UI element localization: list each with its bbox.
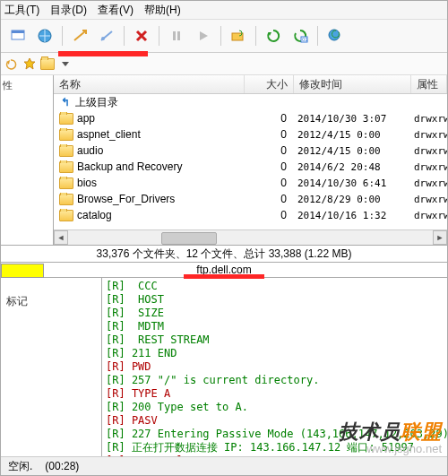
folder-icon — [59, 145, 73, 157]
file-name: catalog — [77, 209, 112, 221]
col-size[interactable]: 大小 — [245, 75, 294, 93]
file-name: bios — [77, 177, 97, 189]
file-date: 2012/4/15 0:00 — [292, 129, 409, 141]
table-row[interactable]: aspnet_client02012/4/15 0:00drwxrw — [54, 126, 447, 143]
annotation-highlight — [58, 51, 148, 56]
horizontal-scrollbar[interactable]: ◄ ► — [54, 229, 447, 245]
toolbar-sep — [220, 26, 221, 46]
parent-dir-row[interactable]: ↰上级目录 — [54, 94, 447, 110]
refresh-button[interactable] — [262, 24, 285, 48]
local-browser-button[interactable] — [6, 24, 30, 48]
bookmark-icon[interactable] — [22, 56, 37, 71]
svg-text:01: 01 — [302, 37, 308, 42]
status-idle: 空闲. — [8, 459, 32, 474]
annotation-highlight — [184, 274, 264, 279]
table-row[interactable]: app02014/10/30 3:07drwxrw — [54, 110, 447, 126]
toolbar-sep — [317, 26, 318, 46]
host-line: ftp.dell.com — [1, 263, 447, 278]
abort-button[interactable] — [130, 24, 153, 48]
file-size: 0 — [244, 209, 292, 221]
toolbar-sep — [255, 26, 256, 46]
table-row[interactable]: Backup and Recovery02014/6/2 20:48drwxrw — [54, 159, 447, 175]
scroll-right-arrow[interactable]: ► — [433, 230, 447, 245]
svg-rect-7 — [232, 33, 243, 40]
toolbar-sep — [159, 26, 159, 46]
folder-sync-button[interactable] — [227, 24, 250, 48]
file-attr: drwxrw — [409, 161, 447, 173]
svg-marker-6 — [200, 31, 208, 40]
yellow-tab[interactable] — [1, 264, 44, 278]
file-size: 0 — [244, 128, 292, 141]
globe-button[interactable] — [33, 24, 56, 48]
file-name: Backup and Recovery — [77, 160, 182, 173]
play-button[interactable] — [192, 24, 215, 48]
col-attr[interactable]: 属性 — [411, 75, 447, 93]
file-attr: drwxrw — [409, 194, 447, 205]
connect-button[interactable] — [68, 24, 91, 48]
menu-tools[interactable]: 工具(T) — [4, 3, 39, 18]
ftp-log[interactable]: [R] CCC[R] HOST[R] SIZE[R] MDTM[R] REST … — [102, 278, 447, 463]
refresh-mode-button[interactable]: 01 — [289, 24, 312, 48]
path-dropdown-icon[interactable] — [58, 56, 73, 71]
col-name[interactable]: 名称 — [54, 75, 245, 93]
status-bar: 空闲. (00:28) — [1, 456, 447, 475]
file-size: 0 — [244, 112, 292, 125]
file-size: 0 — [244, 177, 292, 189]
folder-icon — [59, 210, 73, 221]
folder-icon — [59, 113, 73, 125]
file-name: audio — [77, 144, 103, 157]
file-name: app — [77, 112, 95, 125]
file-attr: drwxrw — [409, 113, 447, 125]
svg-point-3 — [101, 37, 105, 40]
svg-rect-5 — [177, 31, 180, 40]
scroll-thumb[interactable] — [161, 232, 217, 245]
table-row[interactable]: catalog02014/10/16 1:32drwxrw — [54, 207, 447, 223]
file-size: 0 — [244, 144, 292, 157]
menu-bar: 工具(T) 目录(D) 查看(V) 帮助(H) — [1, 1, 447, 20]
left-pane-label: 性 — [3, 79, 51, 92]
file-list[interactable]: ↰上级目录 app02014/10/30 3:07drwxrwaspnet_cl… — [54, 94, 447, 229]
summary-line: 33,376 个文件夹、12 个文件、总计 33,388 (1.22 MB) — [1, 246, 447, 263]
table-row[interactable]: Browse_For_Drivers02012/8/29 0:00drwxrw — [54, 191, 447, 207]
svg-marker-13 — [24, 58, 35, 69]
up-arrow-icon: ↰ — [59, 96, 72, 108]
table-row[interactable]: bios02014/10/30 6:41drwxrw — [54, 175, 447, 191]
menu-dir[interactable]: 目录(D) — [50, 3, 87, 18]
menu-help[interactable]: 帮助(H) — [144, 3, 181, 18]
file-attr: drwxrw — [409, 145, 447, 157]
file-date: 2014/10/30 6:41 — [292, 177, 409, 189]
file-date: 2012/8/29 0:00 — [292, 194, 409, 205]
side-tabs: 标记 — [1, 278, 102, 463]
pause-button[interactable] — [165, 24, 188, 48]
file-date: 2012/4/15 0:00 — [292, 145, 409, 157]
globe-refresh-button[interactable] — [323, 24, 347, 48]
folder-up-icon[interactable] — [40, 56, 55, 71]
folder-icon — [59, 161, 73, 173]
status-time: (00:28) — [45, 460, 79, 472]
svg-rect-1 — [12, 30, 24, 33]
file-list-header: 名称 大小 修改时间 属性 — [54, 75, 447, 94]
file-size: 0 — [244, 193, 292, 205]
file-attr: drwxrw — [409, 129, 447, 141]
file-name: Browse_For_Drivers — [77, 193, 175, 205]
scroll-left-arrow[interactable]: ◄ — [54, 230, 68, 245]
file-panel: 名称 大小 修改时间 属性 ↰上级目录 app02014/10/30 3:07d… — [54, 75, 447, 245]
toolbar-sep — [62, 26, 63, 46]
folder-icon — [59, 129, 73, 141]
left-pane: 性 — [1, 75, 54, 245]
svg-rect-4 — [173, 31, 176, 40]
file-attr: drwxrw — [409, 210, 447, 221]
menu-view[interactable]: 查看(V) — [98, 3, 134, 18]
history-back-icon[interactable] — [4, 56, 19, 71]
file-date: 2014/10/16 1:32 — [292, 210, 409, 221]
parent-dir-label: 上级目录 — [75, 95, 118, 110]
col-mtime[interactable]: 修改时间 — [294, 75, 411, 93]
toolbar: 01 — [1, 20, 447, 53]
side-tab-label[interactable]: 标记 — [1, 278, 101, 309]
toolbar-sep — [124, 26, 125, 46]
file-attr: drwxrw — [409, 177, 447, 189]
svg-marker-14 — [62, 62, 69, 66]
disconnect-button[interactable] — [95, 24, 118, 48]
folder-icon — [59, 194, 73, 205]
table-row[interactable]: audio02012/4/15 0:00drwxrw — [54, 143, 447, 159]
